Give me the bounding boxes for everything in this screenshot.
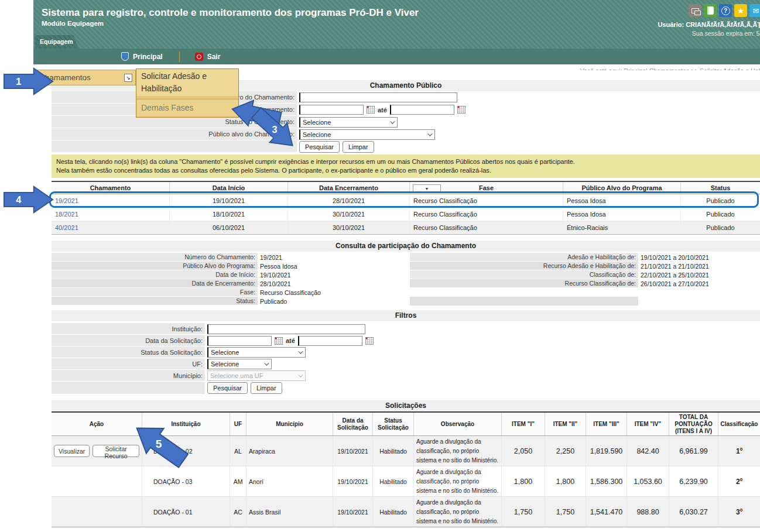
chamamento-link[interactable]: 19/2021 — [55, 197, 78, 204]
solicitacao-row: DOAÇÃO - 03 AM Anori 19/10/2021 Habilita… — [52, 466, 760, 497]
data-encerramento-de-input[interactable] — [299, 105, 364, 115]
chamamentos-table-header: Chamamento Data Início Data Encerramento… — [52, 181, 760, 194]
annotation-arrow-1: 1 — [4, 67, 54, 96]
col-publico-alvo[interactable]: Público Alvo do Programa — [563, 182, 681, 194]
notebook-icon[interactable] — [704, 4, 717, 17]
sair-label: Sair — [207, 53, 221, 61]
annotation-arrow-5: 5 — [131, 427, 189, 461]
consulta-section-title: Consulta de participação do Chamamento — [52, 241, 760, 252]
pesquisar-button[interactable]: Pesquisar — [299, 141, 340, 153]
visualizar-button[interactable]: Visualizar — [54, 445, 90, 457]
consulta-section: Consulta de participação do Chamamento N… — [52, 241, 760, 306]
chamamentos-submenu: Solicitar Adesão e Habilitação Demais Fa… — [136, 68, 239, 118]
main-menubar: Principal Sair — [33, 49, 760, 64]
module-subtitle: Modúlo Equipagem — [42, 20, 104, 27]
instituicao-label: Instituição: — [52, 323, 205, 335]
filtros-pesquisar-button[interactable]: Pesquisar — [207, 382, 248, 394]
shield-icon — [121, 52, 129, 61]
uf-select[interactable]: Selecione — [207, 359, 272, 369]
chevron-down-icon — [298, 372, 303, 377]
fase-filter-dropdown[interactable]: ▼ — [413, 184, 441, 193]
user-label: Usuário: CRIANÃfÃfÃ,ÃfÃfÃ,Ã,ÃŢA — [658, 21, 760, 28]
ate-label: até — [286, 337, 295, 344]
menu-item-solicitar-adesao[interactable]: Solicitar Adesão e Habilitação — [136, 69, 238, 96]
municipio-label: Município: — [52, 370, 205, 382]
favorites-star-icon[interactable]: ★ — [734, 4, 747, 17]
notice-line-1: Nesta tela, clicando no(s) link(s) da co… — [56, 157, 755, 166]
filtros-limpar-button[interactable]: Limpar — [251, 382, 282, 394]
status-solicitacao-label: Status da Solicitação: — [52, 346, 205, 358]
svg-text:1: 1 — [16, 76, 21, 87]
solicitacoes-section: Solicitações Ação Instituição UF Municíp… — [52, 400, 760, 527]
chamamento-link[interactable]: 40/2021 — [55, 224, 78, 231]
menu-item-principal[interactable]: Principal — [121, 52, 163, 61]
svg-text:3: 3 — [272, 124, 277, 135]
svg-text:4: 4 — [16, 194, 21, 205]
chevron-down-icon — [264, 361, 269, 365]
table-row: 19/2021 19/10/2021 28/10/2021 Recurso Cl… — [52, 194, 760, 208]
col-data-encerramento[interactable]: Data Encerramento — [288, 182, 410, 194]
calendar-icon[interactable] — [367, 106, 375, 114]
col-data-inicio[interactable]: Data Início — [170, 182, 288, 194]
calendar-icon[interactable] — [275, 337, 283, 345]
notice-line-2: Nela também estão concentradas todas as … — [56, 166, 755, 175]
info-notice: Nesta tela, clicando no(s) link(s) da co… — [52, 155, 760, 178]
annotation-arrow-4: 4 — [4, 185, 54, 214]
menu-item-sair[interactable]: Sair — [195, 53, 221, 61]
data-solicitacao-ate-input[interactable] — [298, 336, 362, 346]
filtros-label-spacer — [52, 382, 205, 394]
col-fase[interactable]: ▼ Fase — [410, 182, 563, 194]
table-row: 18/2021 18/10/2021 30/10/2021 Recurso Cl… — [52, 208, 760, 221]
limpar-button[interactable]: Limpar — [343, 141, 374, 153]
table-row: 40/2021 06/10/2021 30/10/2021 Recurso Cl… — [52, 221, 760, 235]
calendar-icon[interactable] — [457, 106, 465, 114]
help-icon[interactable]: ? — [719, 4, 732, 17]
photos-icon[interactable] — [689, 4, 701, 17]
chevron-down-icon — [298, 349, 303, 353]
app-title: Sistema para registro, controle e monito… — [42, 7, 419, 19]
status-solicitacao-select[interactable]: Selecione — [207, 347, 306, 358]
logout-icon — [195, 53, 203, 61]
solicitacao-row: DOAÇÃO - 01 AC Assis Brasil 19/10/2021 H… — [52, 497, 760, 527]
chamamento-link[interactable]: 18/2021 — [55, 211, 78, 218]
filtros-section-title: Filtros — [52, 310, 760, 321]
photos-icon-glyph — [691, 8, 699, 13]
page-content: Chamamento Público Número do Chamamento:… — [52, 64, 760, 532]
calendar-icon[interactable] — [365, 337, 374, 345]
chevron-down-icon — [427, 131, 432, 136]
col-status[interactable]: Status — [681, 182, 760, 194]
status-chamamento-select[interactable]: Selecione — [299, 117, 398, 128]
menu-item-demais-fases[interactable]: Demais Fases — [136, 99, 238, 116]
uf-label: UF: — [52, 358, 205, 370]
tab-equipagem[interactable]: Equipagem — [35, 35, 78, 49]
municipio-select[interactable]: Selecione uma UF — [207, 370, 306, 381]
ate-label: até — [378, 107, 387, 114]
data-solicitacao-de-input[interactable] — [207, 336, 272, 346]
chamamentos-table: Chamamento Data Início Data Encerramento… — [52, 181, 760, 235]
notebook-icon-glyph — [707, 6, 714, 15]
solicitacoes-section-title: Solicitações — [52, 400, 760, 411]
data-solicitacao-label: Data da Solicitação: — [52, 335, 205, 346]
question-mark-icon: ? — [721, 6, 730, 15]
numero-chamamento-input[interactable] — [299, 92, 457, 102]
principal-label: Principal — [133, 53, 163, 61]
chevron-down-icon — [390, 119, 395, 123]
data-encerramento-ate-input[interactable] — [390, 105, 454, 115]
svg-text:5: 5 — [156, 438, 162, 450]
col-chamamento[interactable]: Chamamento — [52, 182, 170, 194]
menubar-divider — [179, 52, 180, 62]
header-icon-bar: ? ★ ✉ — [689, 4, 760, 17]
publico-alvo-select[interactable]: Selecione — [299, 129, 435, 140]
submenu-expand-icon: ↘ — [124, 74, 132, 82]
filtros-section: Filtros Instituição: Data da Solicitação… — [52, 310, 760, 394]
instituicao-input[interactable] — [207, 324, 365, 334]
session-expiry-label: Sua sessão expira em: 58m — [692, 30, 760, 37]
app-header: Sistema para registro, controle e monito… — [33, 0, 760, 49]
mail-icon[interactable]: ✉ — [749, 4, 760, 17]
annotation-arrow-3: 3 — [249, 115, 300, 144]
